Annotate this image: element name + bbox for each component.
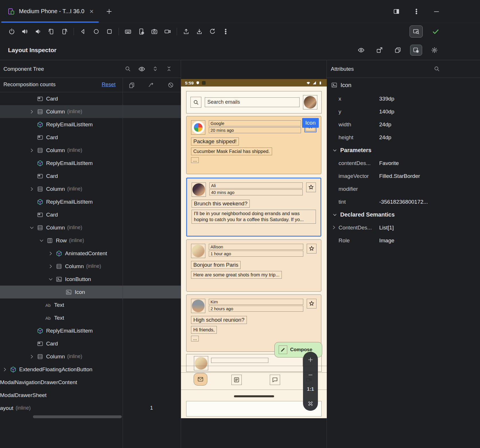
nav-articles-item[interactable]	[231, 375, 242, 385]
inspect-window-button[interactable]	[410, 25, 423, 38]
zoom-in-button[interactable]	[307, 356, 314, 363]
chevron-right-icon[interactable]	[27, 147, 37, 154]
tree-row-icon[interactable]: Icon	[0, 286, 181, 298]
tree-row-card[interactable]: Card	[0, 337, 181, 350]
visibility-icon[interactable]	[138, 65, 145, 73]
tree-row-modaldrawersheet[interactable]: ModalDrawerSheet	[0, 389, 181, 402]
tree-row-animatedcontent[interactable]: AnimatedContent	[0, 247, 181, 260]
tree-row-replyemaillistitem[interactable]: ReplyEmailListItem	[0, 118, 181, 131]
chevron-right-icon[interactable]	[27, 353, 37, 360]
power-button[interactable]	[5, 25, 18, 38]
screen-record-button[interactable]	[161, 25, 174, 38]
chevron-right-icon[interactable]	[27, 109, 37, 115]
tree-row-card[interactable]: Card	[0, 92, 181, 105]
search-icon[interactable]	[124, 65, 131, 72]
volume-down-icon	[34, 28, 42, 35]
device-tab[interactable]: Medium Phone - T...I 36.0 ×	[0, 0, 99, 23]
chevron-right-icon[interactable]	[27, 186, 37, 192]
tree-row-replyemaillistitem[interactable]: ReplyEmailListItem	[0, 324, 181, 337]
volume-up-button[interactable]	[18, 25, 32, 38]
tree-row-text[interactable]: AbText	[0, 311, 181, 324]
profile-avatar[interactable]	[303, 95, 317, 109]
tree-row-replyemaillistitem[interactable]: ReplyEmailListItem	[0, 157, 181, 170]
chevron-down-icon[interactable]	[27, 225, 37, 231]
zoom-fit-button[interactable]	[307, 400, 314, 407]
tree-row-column[interactable]: Column(inline)	[0, 260, 181, 273]
tree-row-extendedfloatingactionbutton[interactable]: ExtendedFloatingActionButton	[0, 363, 181, 376]
visibility-button[interactable]	[355, 45, 367, 56]
favorite-star-button[interactable]	[307, 299, 316, 309]
tree-row-card[interactable]: Card	[0, 170, 181, 182]
mail-icon	[197, 376, 204, 383]
tree-row-column[interactable]: Column(inline)	[0, 144, 181, 157]
tab-close-icon[interactable]: ×	[90, 8, 94, 15]
home-button[interactable]	[90, 25, 103, 38]
tree-row-text[interactable]: AbText	[0, 298, 181, 311]
chevron-right-icon[interactable]	[0, 366, 10, 373]
tree-horizontal-scrollbar[interactable]	[33, 415, 122, 418]
layers-button[interactable]	[392, 45, 404, 56]
tree-row-column[interactable]: Column(inline)	[0, 182, 181, 195]
section-header-declared-semantics[interactable]: Declared Semantics	[327, 208, 480, 221]
upload-button[interactable]	[180, 25, 193, 38]
tree-row-column[interactable]: Column(inline)	[0, 221, 181, 234]
email-card-allison[interactable]: Allison1 hour agoBonjour from ParisHere …	[186, 239, 321, 292]
flow-icon[interactable]	[148, 82, 155, 89]
tree-row-card[interactable]: Card	[0, 131, 181, 144]
expand-all-icon[interactable]	[152, 65, 159, 72]
favorite-star-button[interactable]	[306, 182, 316, 192]
tree-row-card[interactable]: Card	[0, 208, 181, 221]
download-button[interactable]	[193, 25, 206, 38]
collapse-all-icon[interactable]	[166, 65, 172, 72]
tree-row-modalnavigationdrawercontent[interactable]: ModalNavigationDrawerContent	[0, 376, 181, 389]
zoom-out-button[interactable]	[307, 372, 314, 378]
tree-row-iconbutton[interactable]: IconButton	[0, 273, 181, 286]
overview-button[interactable]	[103, 25, 116, 38]
rotate-left-button[interactable]	[45, 25, 58, 38]
tree-row-ayout[interactable]: ayout(inline)1	[0, 402, 181, 414]
tree-node-label: Text	[54, 302, 64, 308]
search-input[interactable]: Search emails	[205, 97, 300, 107]
nav-chat-item[interactable]	[270, 375, 280, 385]
tree-row-row[interactable]: Row(inline)	[0, 234, 181, 247]
visibility-icon	[357, 46, 365, 54]
chevron-down-icon[interactable]	[37, 237, 46, 244]
new-tab-button[interactable]	[103, 6, 115, 17]
more-icon[interactable]	[411, 6, 422, 17]
keyboard-button[interactable]	[121, 25, 135, 38]
tree-row-replyemaillistitem[interactable]: ReplyEmailListItem	[0, 195, 181, 208]
device-screenshot[interactable]: 5:59 Search emails Google20 mins agoPack…	[181, 79, 327, 418]
email-card-ali[interactable]: Ali40 mins agoBrunch this weekend?I'll b…	[186, 178, 321, 237]
device-settings-button[interactable]	[135, 25, 148, 38]
chevron-down-icon[interactable]	[46, 276, 56, 282]
screenshot-button[interactable]	[148, 25, 161, 38]
volume-down-button[interactable]	[32, 25, 45, 38]
tree-row-column[interactable]: Column(inline)	[0, 350, 181, 363]
reset-counts-link[interactable]: Reset	[102, 81, 115, 88]
export-button[interactable]	[373, 45, 385, 56]
more-button[interactable]	[219, 25, 232, 38]
attribute-row-contentdes-[interactable]: ContentDes...List[1]	[327, 221, 480, 234]
pick-component-button[interactable]	[410, 45, 422, 56]
chevron-right-icon[interactable]	[46, 250, 56, 257]
favorite-star-button[interactable]	[307, 244, 316, 254]
nav-inbox-item[interactable]	[194, 373, 207, 386]
settings-button[interactable]	[428, 45, 440, 56]
copy-icon[interactable]	[128, 82, 135, 89]
minimize-icon[interactable]	[431, 6, 442, 17]
panel-layout-icon[interactable]	[391, 6, 402, 17]
shield-icon	[196, 81, 200, 85]
back-button[interactable]	[76, 25, 90, 38]
chevron-right-icon[interactable]	[331, 224, 337, 231]
search-bar[interactable]: Search emails	[186, 91, 322, 113]
tree-row-column[interactable]: Column(inline)	[0, 105, 181, 118]
reset-button[interactable]	[206, 25, 219, 38]
email-card-google[interactable]: Google20 mins agoPackage shipped!Cucumbe…	[186, 116, 321, 174]
zoom-ratio-button[interactable]: 1:1	[307, 386, 314, 392]
search-icon[interactable]	[433, 65, 440, 72]
chevron-right-icon[interactable]	[46, 263, 56, 270]
block-icon[interactable]	[167, 82, 174, 89]
check-button[interactable]	[429, 25, 442, 38]
section-header-parameters[interactable]: Parameters	[327, 144, 480, 157]
rotate-right-button[interactable]	[58, 25, 71, 38]
